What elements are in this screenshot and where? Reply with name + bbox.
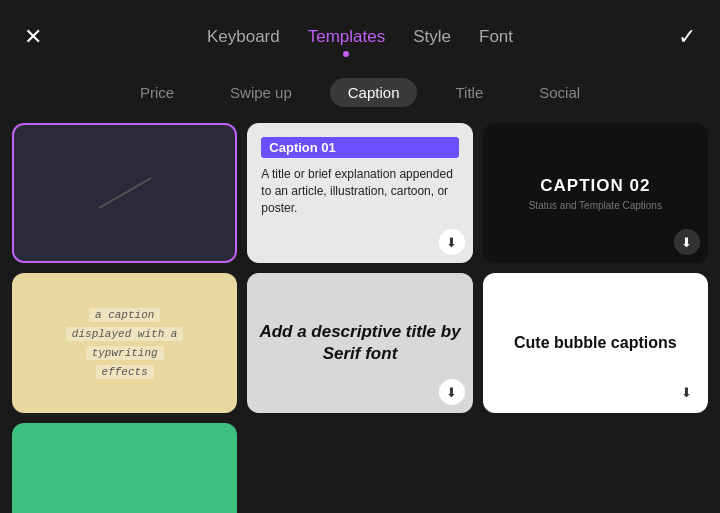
template-card-bubble[interactable]: Cute bubble captions ⬇ [483,273,708,413]
download-icon[interactable]: ⬇ [674,379,700,405]
serif-text: Add a descriptive title by Serif font [247,321,472,365]
template-card-caption01[interactable]: Caption 01 A title or brief explanation … [247,123,472,263]
caption02-title: CAPTION 02 [540,176,650,196]
template-card-serif[interactable]: Add a descriptive title by Serif font ⬇ [247,273,472,413]
blank-line-decoration [98,177,151,209]
download-icon[interactable]: ⬇ [439,379,465,405]
typewriter-line-3: typwriting [86,346,164,360]
template-card-caption02[interactable]: CAPTION 02 Status and Template Captions … [483,123,708,263]
confirm-button[interactable]: ✓ [678,24,696,50]
cat-price[interactable]: Price [122,78,192,107]
template-card-modern[interactable]: Modern slide caption [12,423,237,513]
download-icon[interactable]: ⬇ [439,229,465,255]
category-tabs: Price Swipe up Caption Title Social [0,68,720,123]
caption02-subtitle: Status and Template Captions [529,200,662,211]
caption01-description: A title or brief explanation appended to… [261,166,458,216]
cat-social[interactable]: Social [521,78,598,107]
tab-font[interactable]: Font [479,27,513,47]
typewriter-line-2: displayed with a [66,327,184,341]
nav-tabs: Keyboard Templates Style Font [207,27,513,47]
close-button[interactable]: ✕ [24,24,42,50]
bubble-caption-text: Cute bubble captions [514,334,677,352]
typewriter-line-4: effects [96,365,154,379]
download-icon[interactable]: ⬇ [674,229,700,255]
cat-swipe-up[interactable]: Swipe up [212,78,310,107]
template-card-typewriter[interactable]: a caption displayed with a typwriting ef… [12,273,237,413]
cat-caption[interactable]: Caption [330,78,418,107]
tab-keyboard[interactable]: Keyboard [207,27,280,47]
tab-style[interactable]: Style [413,27,451,47]
tab-templates[interactable]: Templates [308,27,385,47]
typewriter-line-1: a caption [89,308,160,322]
cat-title[interactable]: Title [437,78,501,107]
template-card-blank[interactable] [12,123,237,263]
caption01-badge: Caption 01 [261,137,458,158]
top-nav: ✕ Keyboard Templates Style Font ✓ [0,0,720,68]
template-grid: Caption 01 A title or brief explanation … [0,123,720,513]
